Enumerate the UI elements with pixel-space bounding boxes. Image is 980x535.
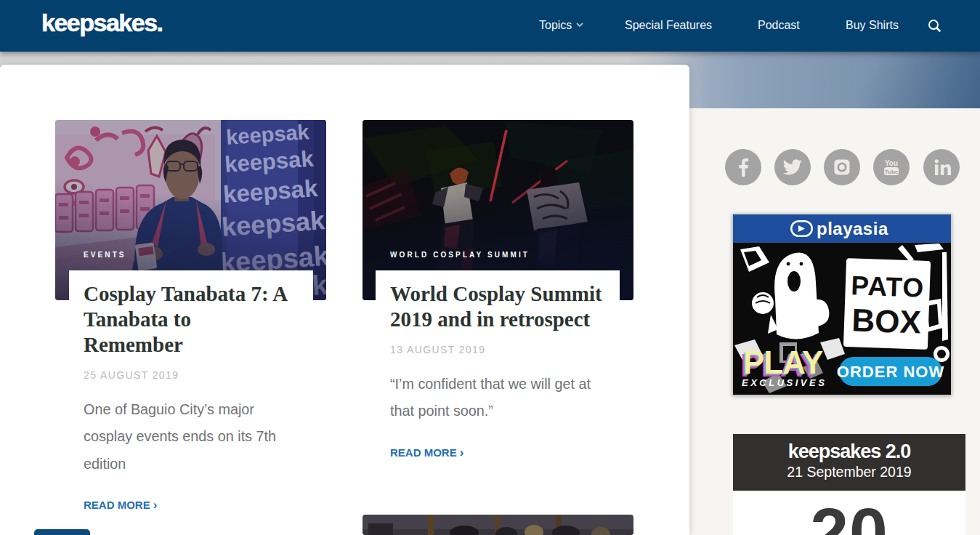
svg-text:ORDER NOW: ORDER NOW xyxy=(837,363,944,381)
svg-text:PATO: PATO xyxy=(851,270,925,302)
svg-text:BOX: BOX xyxy=(851,302,922,339)
svg-text:You: You xyxy=(885,159,898,167)
svg-text:PLAY: PLAY xyxy=(743,345,823,380)
svg-text:Tube: Tube xyxy=(885,169,899,175)
svg-text:playasia: playasia xyxy=(817,219,888,238)
svg-text:EXCLUSIVES: EXCLUSIVES xyxy=(742,377,827,388)
